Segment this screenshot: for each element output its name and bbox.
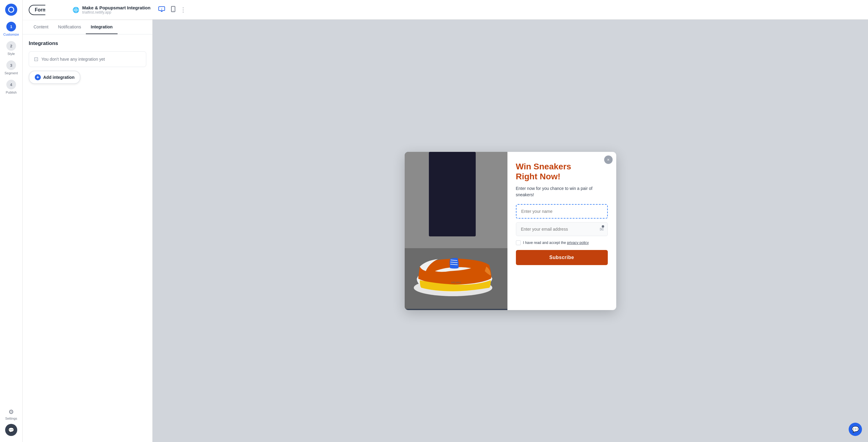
svg-point-5 <box>173 10 174 11</box>
topbar-title: Make & Popupsmart Integration <box>82 5 151 10</box>
panel-tabs: Content Notifications Integration <box>23 20 152 34</box>
chat-bubble-icon: 💬 <box>852 426 859 433</box>
sneaker-image-area: AIR MAX <box>405 152 507 310</box>
headline-line1: Win Sneakers <box>516 162 571 171</box>
step-3-label: Segment <box>4 71 18 75</box>
step-4-label: Publish <box>6 91 17 94</box>
privacy-text: I have read and accept the <box>523 241 567 245</box>
email-icon: ✉ <box>600 226 603 232</box>
email-input[interactable] <box>516 222 608 236</box>
gear-icon: ⚙ <box>8 408 14 415</box>
plus-icon: + <box>35 74 41 80</box>
popup-headline: Win Sneakers Right Now! <box>516 162 608 182</box>
add-integration-button[interactable]: + Add integration <box>29 71 81 84</box>
step-2-style[interactable]: 2 Style <box>6 41 16 56</box>
name-input[interactable] <box>516 204 608 218</box>
step-1-circle: 1 <box>6 22 16 31</box>
logo-inner <box>8 7 14 13</box>
mobile-icon <box>171 6 175 12</box>
form-panel: Form ← Back Content Notifications Integr… <box>23 0 153 442</box>
topbar: 🌐 Make & Popupsmart Integration trialfir… <box>45 0 868 20</box>
step-4-publish[interactable]: 4 Publish <box>6 80 17 94</box>
close-icon: × <box>607 157 609 162</box>
step-3-circle: 3 <box>6 60 16 70</box>
step-2-circle: 2 <box>6 41 16 51</box>
popup-container: × <box>405 152 616 310</box>
chat-nav-button[interactable]: 💬 <box>5 424 17 436</box>
privacy-policy-link[interactable]: privacy policy <box>567 241 589 245</box>
popup-content-panel: Win Sneakers Right Now! Enter now for yo… <box>507 152 616 310</box>
popup-image-panel: AIR MAX <box>405 152 507 310</box>
headline-line2: Right Now! <box>516 172 561 181</box>
svg-rect-10 <box>447 152 476 236</box>
topbar-title-group: Make & Popupsmart Integration trialfirst… <box>82 5 151 14</box>
integration-empty-icon: ⊡ <box>34 56 38 63</box>
integrations-title: Integrations <box>29 40 146 46</box>
step-2-label: Style <box>7 52 15 56</box>
right-side: 🌐 Make & Popupsmart Integration trialfir… <box>23 0 868 442</box>
mobile-view-button[interactable] <box>170 5 177 15</box>
subscribe-button[interactable]: Subscribe <box>516 250 608 265</box>
privacy-label: I have read and accept the privacy polic… <box>523 241 589 245</box>
sneaker-svg: AIR MAX <box>405 152 507 309</box>
topbar-subtitle: trialfirst.netlify.app <box>82 10 151 14</box>
canvas-area: × <box>153 20 868 442</box>
popup-subtext: Enter now for you chance to win a pair o… <box>516 185 608 198</box>
app-logo[interactable] <box>5 4 17 16</box>
globe-icon: 🌐 <box>72 6 79 13</box>
content-row: Form ← Back Content Notifications Integr… <box>23 0 868 442</box>
topbar-title-area: 🌐 Make & Popupsmart Integration trialfir… <box>72 5 151 14</box>
email-input-wrapper: ✉ <box>516 222 608 236</box>
step-1-label: Customize <box>3 33 19 36</box>
integration-empty-text: You don't have any integration yet <box>41 57 105 62</box>
desktop-view-button[interactable] <box>157 5 166 14</box>
step-4-circle: 4 <box>6 80 16 89</box>
tab-notifications[interactable]: Notifications <box>53 20 86 34</box>
step-3-segment[interactable]: 3 Segment <box>4 60 18 75</box>
settings-label: Settings <box>5 417 17 420</box>
sidebar-nav: 1 Customize 2 Style 3 Segment 4 Publish … <box>0 0 23 442</box>
svg-point-3 <box>161 8 162 9</box>
step-1-customize[interactable]: 1 Customize <box>3 22 19 36</box>
privacy-checkbox[interactable] <box>516 240 521 245</box>
tab-integration[interactable]: Integration <box>86 20 117 34</box>
topbar-controls: ⋮ <box>157 5 186 15</box>
more-options-button[interactable]: ⋮ <box>180 6 186 13</box>
chat-bubble-button[interactable]: 💬 <box>849 423 862 436</box>
integration-empty-box: ⊡ You don't have any integration yet <box>29 51 146 67</box>
chat-icon: 💬 <box>8 427 14 433</box>
tab-content[interactable]: Content <box>29 20 53 34</box>
popup-close-button[interactable]: × <box>604 156 613 164</box>
panel-body: Integrations ⊡ You don't have any integr… <box>23 34 152 442</box>
desktop-icon <box>158 6 165 12</box>
privacy-checkbox-row: I have read and accept the privacy polic… <box>516 240 608 245</box>
settings-nav-item[interactable]: ⚙ Settings <box>5 408 17 420</box>
svg-text:AIR MAX: AIR MAX <box>451 281 461 284</box>
add-integration-label: Add integration <box>43 75 74 80</box>
